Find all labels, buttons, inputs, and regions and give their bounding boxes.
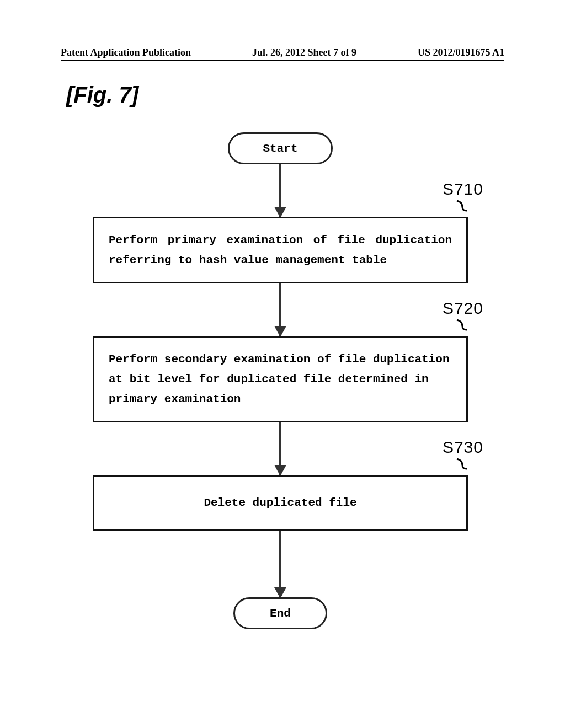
figure-label: [Fig. 7] <box>66 83 138 108</box>
flow-connector-1: S710 <box>87 164 473 217</box>
flow-connector-4 <box>87 531 473 597</box>
flow-start-terminal: Start <box>228 132 333 164</box>
flow-connector-3: S730 <box>87 422 473 475</box>
flowchart: Start S710 Perform primary examination o… <box>87 132 473 629</box>
step-text-s720: Perform secondary examination of file du… <box>109 353 450 405</box>
flow-end-label: End <box>270 607 291 620</box>
flow-start-label: Start <box>263 142 297 155</box>
ref-hook-icon <box>455 199 469 213</box>
step-ref-s720: S720 <box>443 299 483 318</box>
flow-end-terminal: End <box>233 597 327 629</box>
step-ref-s710: S710 <box>443 180 483 199</box>
header-middle: Jul. 26, 2012 Sheet 7 of 9 <box>252 47 356 58</box>
flow-step-s730: Delete duplicated file <box>93 475 468 531</box>
ref-hook-icon <box>455 457 469 471</box>
header-rule <box>61 60 504 61</box>
step-text-s730: Delete duplicated file <box>204 496 356 509</box>
header-right: US 2012/0191675 A1 <box>418 47 504 58</box>
flow-step-s710: Perform primary examination of file dupl… <box>93 217 468 283</box>
flow-connector-2: S720 <box>87 283 473 336</box>
page-header: Patent Application Publication Jul. 26, … <box>0 47 565 58</box>
ref-hook-icon <box>455 318 469 332</box>
header-left: Patent Application Publication <box>61 47 191 58</box>
flow-step-s720: Perform secondary examination of file du… <box>93 336 468 422</box>
step-text-s710: Perform primary examination of file dupl… <box>109 234 452 266</box>
step-ref-s730: S730 <box>443 438 483 457</box>
